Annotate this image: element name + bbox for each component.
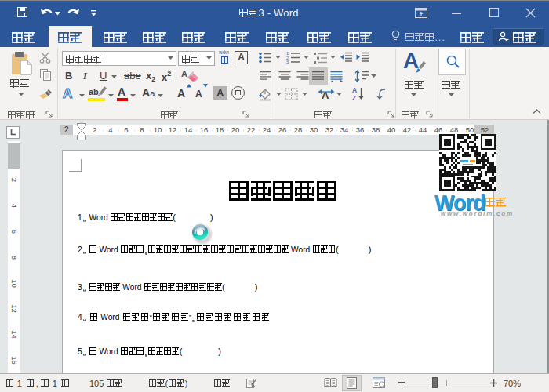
- svg-text:Z: Z: [352, 94, 356, 101]
- svg-text:A: A: [352, 86, 357, 94]
- svg-text:3: 3: [286, 60, 289, 64]
- svg-text:A: A: [322, 89, 329, 101]
